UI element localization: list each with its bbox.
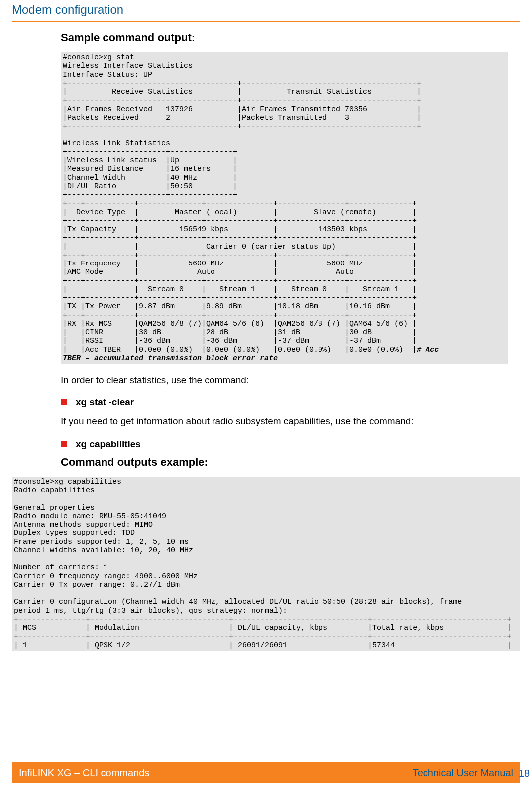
- c1l34: | |RSSI |-36 dBm |-36 dBm |-37 dBm |-37 …: [63, 337, 417, 345]
- c2l13: Carrier 0 Tx power range: 0..27/1 dBm: [14, 581, 180, 589]
- bullet-square-icon: [61, 441, 67, 447]
- c1l29: +---+-----------+--------------+--------…: [63, 294, 417, 302]
- c1l24: +---+-----------+--------------+--------…: [63, 251, 417, 260]
- c2l17: +---------------+-----------------------…: [14, 615, 511, 624]
- page-footer: InfiLINK XG – CLI commands Technical Use…: [12, 762, 520, 783]
- bullet-square-icon: [61, 399, 67, 405]
- c2l1: #console>xg capabilities: [14, 478, 121, 486]
- c1l4: +--------------------------------------+…: [63, 79, 421, 88]
- c1l6: +--------------------------------------+…: [63, 96, 421, 105]
- sample-output-heading: Sample command output:: [12, 31, 520, 44]
- c1l3: Interface Status: UP: [63, 71, 152, 79]
- bullet-xg-stat-clear: xg stat -clear: [12, 393, 520, 411]
- c1l36: TBER – accumulated transmission block er…: [63, 354, 278, 363]
- c1l25: |Tx Frequency | 5600 MHz | 5600 MHz |: [63, 260, 417, 268]
- command-outputs-heading: Command outputs example:: [12, 453, 520, 469]
- c1l35a: | |Acc TBER |0.0e0 (0.0%) |0.0e0 (0.0%) …: [63, 346, 417, 354]
- code-block-xg-capabilities: #console>xg capabilities Radio capabilit…: [12, 477, 520, 651]
- c1l5: | Receive Statistics | Transmit Statisti…: [63, 88, 421, 96]
- c2l16: period 1 ms, ttg/rtg (3:3 air blocks), q…: [14, 607, 287, 615]
- c1l14: |Measured Distance |16 meters |: [63, 165, 237, 173]
- c2l12: Carrier 0 frequency range: 4900..6000 MH…: [14, 572, 198, 581]
- c1l26: |AMC Mode | Auto | Auto |: [63, 268, 417, 276]
- c1l28: | | Stream 0 | Stream 1 | Stream 0 | Str…: [63, 285, 417, 294]
- c1l9: +--------------------------------------+…: [63, 122, 421, 131]
- c2l20: | 1 | QPSK 1/2 | 26091/26091 |57344 |: [14, 641, 511, 650]
- c1l20: +---+-----------+--------------+--------…: [63, 217, 417, 225]
- c1l30: |TX |Tx Power |9.87 dBm |9.89 dBm |10.18…: [63, 302, 417, 311]
- c1l13: |Wireless Link status |Up |: [63, 156, 237, 165]
- header-rule: [12, 21, 520, 22]
- c2l9: Channel widths available: 10, 20, 40 MHz: [14, 546, 193, 555]
- c2l15: Carrier 0 configuration (Channel width 4…: [14, 598, 462, 606]
- c1l27: +---+-----------+--------------+--------…: [63, 277, 417, 285]
- c1l11: Wireless Link Statistics: [63, 139, 170, 148]
- c2l8: Frame periods supported: 1, 2, 5, 10 ms: [14, 538, 189, 546]
- c1l23: | | Carrier 0 (carrier status Up) |: [63, 243, 417, 251]
- para-clear-stats: In order to clear statistics, use the co…: [12, 364, 520, 393]
- c1l12: +----------------------+--------------+: [63, 148, 237, 156]
- code-block-xg-stat: #console>xg stat Wireless Interface Stat…: [61, 52, 508, 364]
- page-number: 18: [514, 768, 532, 779]
- c2l7: Duplex types supported: TDD: [14, 529, 135, 537]
- c1l19: | Device Type | Master (local) | Slave (…: [63, 208, 417, 217]
- bullet-text-1: xg stat -clear: [76, 397, 134, 408]
- footer-left: InfiLINK XG – CLI commands: [19, 767, 149, 779]
- c2l11: Number of carriers: 1: [14, 563, 108, 572]
- c2l19: +---------------+-----------------------…: [14, 632, 511, 641]
- c1l16: |DL/UL Ratio |50:50 |: [63, 182, 237, 191]
- page-header: Modem configuration: [12, 0, 520, 21]
- c1l35b: # Acc: [417, 346, 439, 354]
- c1l33: | |CINR |30 dB |28 dB |31 dB |30 dB |: [63, 328, 417, 337]
- bullet-xg-capabilities: xg capabilities: [12, 435, 520, 453]
- c1l2: Wireless Interface Statistics: [63, 62, 193, 70]
- c2l4: General properties: [14, 504, 95, 512]
- c1l21: |Tx Capacity | 156549 kbps | 143503 kbps…: [63, 225, 417, 234]
- c1l22: +---+-----------+--------------+--------…: [63, 234, 417, 242]
- c2l2: Radio capabilities: [14, 486, 95, 495]
- bullet-text-2: xg capabilities: [76, 439, 141, 450]
- c2l6: Antenna methods supported: MIMO: [14, 521, 153, 529]
- c2l18: | MCS | Modulation | DL/UL capacity, kbp…: [14, 624, 511, 632]
- c1l15: |Channel Width |40 MHz |: [63, 174, 237, 182]
- c1l31: +---+-----------+--------------+--------…: [63, 311, 417, 320]
- c2l5: Radio module name: RMU-55-05:41049: [14, 512, 166, 521]
- c1l32: |RX |Rx MCS |QAM256 6/8 (7)|QAM64 5/6 (6…: [63, 320, 417, 328]
- c1l1: #console>xg stat: [63, 53, 134, 62]
- c1l8: |Packets Received 2 |Packets Transmitted…: [63, 114, 421, 122]
- c1l18: +---+-----------+--------------+--------…: [63, 199, 417, 208]
- c1l17: +----------------------+--------------+: [63, 191, 237, 199]
- para-capabilities: If you need to get information about rad…: [12, 411, 520, 434]
- c1l7: |Air Frames Received 137926 |Air Frames …: [63, 105, 421, 114]
- footer-right: Technical User Manual: [413, 767, 513, 779]
